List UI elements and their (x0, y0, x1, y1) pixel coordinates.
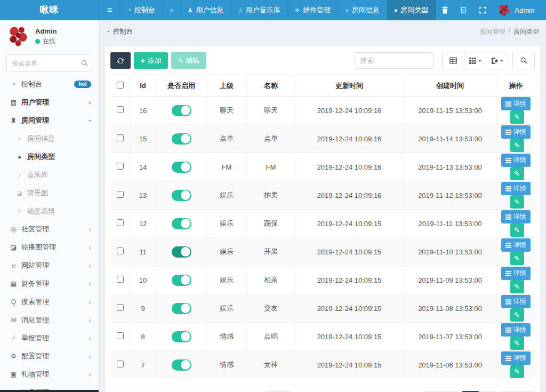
fullscreen-button[interactable] (473, 0, 492, 20)
enabled-toggle[interactable] (172, 331, 191, 342)
add-button[interactable]: +添加 (134, 52, 168, 69)
sidebar-item[interactable]: ◪背景图 (0, 184, 99, 202)
row-checkbox[interactable] (117, 134, 124, 141)
edit-row-button[interactable]: ✎ (510, 365, 524, 378)
detail-button[interactable]: 详情 (501, 125, 531, 139)
sidebar-item[interactable]: ☝举报管理‹ (0, 329, 99, 347)
pencil-icon: ✎ (514, 198, 520, 206)
detail-button[interactable]: 详情 (501, 295, 531, 308)
enabled-toggle[interactable] (172, 246, 191, 258)
sidebar-avatar (6, 25, 30, 48)
detail-button[interactable]: 详情 (501, 267, 531, 280)
row-checkbox[interactable] (117, 191, 124, 198)
row-checkbox[interactable] (117, 276, 124, 283)
sidebar-item[interactable]: ▤用户管理‹ (0, 93, 99, 111)
enabled-toggle[interactable] (172, 162, 191, 173)
edit-row-button[interactable]: ✎ (510, 110, 524, 124)
menu-search-input[interactable] (6, 54, 92, 72)
sidebar-item[interactable]: ○房间信息 (0, 130, 99, 148)
sidebar-item[interactable]: ◔控制台hot (0, 75, 99, 93)
user-menu[interactable]: Admin (492, 4, 540, 17)
row-checkbox[interactable] (117, 219, 124, 226)
detail-button-label: 详情 (513, 269, 526, 278)
refresh-button[interactable] (110, 52, 131, 69)
sidebar-item[interactable]: ◎社区管理‹ (0, 220, 99, 238)
nav-tab[interactable]: ●房间类型 (387, 0, 436, 20)
row-checkbox[interactable] (117, 163, 124, 170)
sidebar-item[interactable]: ▦财务管理‹ (0, 275, 99, 293)
sidebar-item[interactable]: ✌动态表情 (0, 202, 99, 220)
table-row[interactable]: 12娱乐踢保2019-12-24 10:09:152019-11-11 13:5… (110, 210, 535, 238)
row-checkbox[interactable] (117, 304, 124, 311)
row-checkbox[interactable] (117, 106, 124, 113)
enabled-toggle[interactable] (172, 303, 191, 314)
sidebar-item[interactable]: Q搜索管理‹ (0, 293, 99, 311)
table-row[interactable]: 15点单点单2019-12-24 10:09:162019-11-14 13:5… (110, 125, 535, 153)
detail-button[interactable]: 详情 (501, 323, 531, 337)
brand-logo[interactable]: 啾咪 (0, 0, 99, 20)
edit-row-button[interactable]: ✎ (510, 223, 524, 237)
sidebar-item[interactable]: ℮网站管理‹ (0, 257, 99, 275)
enabled-toggle[interactable] (172, 190, 191, 201)
cell-enabled (156, 294, 207, 323)
select-all-checkbox[interactable] (117, 82, 124, 89)
detail-button[interactable]: 详情 (501, 182, 531, 195)
row-checkbox[interactable] (117, 247, 124, 254)
nav-tab[interactable]: ✈插件管理 (288, 0, 338, 20)
paging-switch-button[interactable] (442, 52, 464, 69)
edit-row-button[interactable]: ✎ (510, 280, 524, 293)
columns-button[interactable] (464, 52, 486, 69)
row-checkbox[interactable] (117, 361, 124, 367)
nav-tab[interactable]: ♟用户信息 (181, 0, 231, 20)
settings-button[interactable] (540, 0, 546, 20)
export-button[interactable] (486, 52, 508, 69)
edit-row-button[interactable]: ✎ (510, 167, 524, 180)
edit-row-button[interactable]: ✎ (510, 337, 524, 350)
sidebar-item[interactable]: ▣礼物管理‹ (0, 365, 99, 383)
detail-button[interactable]: 详情 (501, 154, 531, 167)
edit-row-button[interactable]: ✎ (510, 252, 524, 265)
sidebar-item[interactable]: ◪轮播图管理‹ (0, 238, 99, 257)
sidebar-item[interactable]: ⚙配置管理‹ (0, 347, 99, 365)
table-row[interactable]: 14FMFM2019-12-24 10:09:162019-11-13 13:5… (110, 153, 535, 181)
sidebar-item[interactable]: ♪音乐库 (0, 166, 99, 184)
enabled-toggle[interactable] (172, 359, 191, 371)
edit-row-button[interactable]: ✎ (510, 139, 524, 152)
table-row[interactable]: 7情感女神2019-12-24 10:09:152019-11-06 13:53… (110, 351, 535, 379)
sidebar-item[interactable]: ●房间类型 (0, 148, 99, 166)
edit-row-button[interactable]: ✎ (510, 308, 524, 322)
trash-button[interactable] (436, 0, 454, 20)
cell-created: 2019-11-11 13:53:00 (404, 210, 497, 238)
table-row[interactable]: 11娱乐开黑2019-12-24 10:09:152019-11-10 13:5… (110, 238, 535, 266)
nav-tab[interactable]: ◔控制台 (121, 0, 163, 20)
table-row[interactable]: 9娱乐交友2019-12-24 10:09:152019-11-08 13:53… (110, 294, 535, 323)
nav-tab[interactable]: ○房间信息 (338, 0, 387, 20)
nav-tab[interactable]: ○ (163, 0, 181, 20)
search-submit-button[interactable] (512, 52, 535, 69)
cell-actions: 详情✎ (497, 238, 535, 266)
row-checkbox[interactable] (117, 332, 124, 339)
column-header: 名称 (247, 75, 295, 97)
edit-row-button[interactable]: ✎ (510, 195, 524, 209)
clear-cache-button[interactable] (454, 0, 473, 20)
sidebar-item[interactable]: ✉消息管理‹ (0, 311, 99, 329)
breadcrumb-home[interactable]: ◔ 控制台 (106, 27, 133, 36)
enabled-toggle[interactable] (172, 133, 191, 145)
detail-button[interactable]: 详情 (501, 238, 531, 252)
edit-button[interactable]: ✎编辑 (171, 52, 206, 69)
table-row[interactable]: 13娱乐拍卖2019-12-24 10:09:162019-11-12 13:5… (110, 181, 535, 210)
table-row[interactable]: 16聊天聊天2019-12-24 10:09:162019-11-15 13:5… (110, 97, 535, 125)
detail-button[interactable]: 详情 (501, 351, 531, 365)
sidebar-toggle-button[interactable]: ≡ (99, 0, 121, 20)
detail-button[interactable]: 详情 (501, 97, 531, 110)
nav-tab[interactable]: ♫用户音乐库 (231, 0, 288, 20)
detail-button[interactable]: 详情 (501, 210, 531, 223)
enabled-toggle[interactable] (172, 218, 191, 229)
table-row[interactable]: 8情感点唱2019-12-24 10:09:152019-11-07 13:53… (110, 323, 535, 351)
enabled-toggle[interactable] (172, 275, 191, 286)
table-row[interactable]: 10娱乐相亲2019-12-24 10:09:152019-11-09 13:5… (110, 266, 535, 294)
enabled-toggle[interactable] (172, 105, 191, 116)
table-search-input[interactable] (355, 52, 433, 69)
sidebar-item[interactable]: ♜房间管理‹ (0, 111, 99, 130)
list-icon (505, 214, 511, 220)
